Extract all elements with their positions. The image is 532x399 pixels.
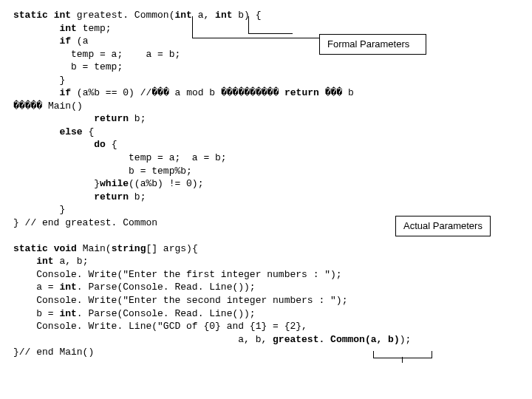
code-line-13: b = temp%b; [13,166,192,177]
code-line-3: if (a [13,35,88,47]
code-line-24: Console. Write. Line("GCD of {0} and {1}… [13,321,307,332]
code-line-21: a = int. Parse(Console. Read. Line()); [13,282,256,293]
code-line-2: int temp; [13,23,112,34]
code-line-14: }while((a%b) != 0); [13,178,203,189]
code-line-5: b = temp; [13,61,123,72]
formal-parameters-text: Formal Parameters [327,38,409,50]
code-line-25: a, b, greatest. Common(a, b)); [13,334,411,345]
actual-parameters-label: Actual Parameters [395,216,491,236]
bracket-actual-stem [402,357,403,363]
code-block: static int greatest. Common(int a, int b… [13,9,519,359]
code-line-10: else { [13,126,94,137]
code-line-6: } [13,75,65,86]
code-line-20: Console. Write("Enter the first integer … [13,269,342,280]
code-line-18: static void Main(string[] args){ [13,243,198,254]
actual-parameters-text: Actual Parameters [403,220,482,231]
code-line-23: b = int. Parse(Console. Read. Line()); [13,308,256,319]
connector-formal-2 [248,16,293,34]
code-line-19: int a, b; [13,256,88,267]
code-line-22: Console. Write("Enter the second integer… [13,295,347,306]
code-line-12: temp = a; a = b; [13,152,227,163]
code-line-16: } [13,204,65,215]
connector-formal-1 [192,16,236,38]
bracket-actual [373,351,432,358]
code-line-7: if (a%b == 0) //��� a mod b ���������� r… [13,87,354,98]
code-line-26: }// end Main() [13,347,94,358]
formal-parameters-label: Formal Parameters [319,34,426,55]
code-line-8: ����� Main() [13,100,83,112]
code-line-15: return b; [13,191,146,202]
code-line-11: do { [13,139,117,150]
code-line-4: temp = a; a = b; [13,49,180,60]
code-line-9: return b; [13,113,146,124]
code-line-17: } // end greatest. Common [13,217,157,228]
